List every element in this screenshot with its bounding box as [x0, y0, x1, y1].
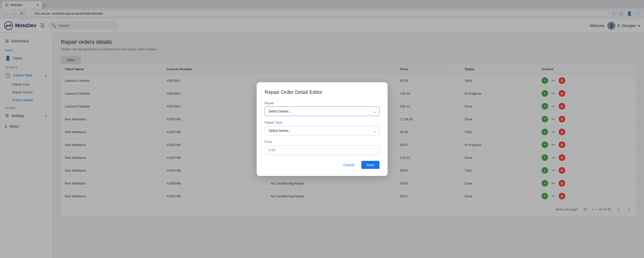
repair-type-label: Repair Type — [265, 121, 380, 124]
repair-type-select-wrapper: Select below... ⌄ — [265, 126, 380, 135]
modal-title: Repair Order Detail Editor — [265, 89, 380, 95]
repair-form-group: Repair Select below... ⌄ — [265, 101, 380, 116]
repair-select-wrapper: Select below... ⌄ — [265, 106, 380, 116]
price-label: Price — [265, 140, 380, 144]
repair-label: Repair — [265, 101, 380, 105]
price-form-group: Price — [265, 140, 380, 155]
modal-actions: Cancel Save — [265, 161, 380, 169]
modal-overlay: Repair Order Detail Editor Repair Select… — [53, 33, 644, 258]
save-button[interactable]: Save — [361, 161, 380, 169]
main-content: Repair orders details Please use the gri… — [53, 33, 644, 258]
app-body: ⊞ Dashboard MAIN 👤 Users CLIENTS 📋 Clien… — [0, 33, 644, 258]
price-input[interactable] — [265, 145, 380, 155]
repair-type-select[interactable]: Select below... — [265, 126, 380, 135]
cancel-button[interactable]: Cancel — [339, 161, 358, 169]
repair-type-form-group: Repair Type Select below... ⌄ — [265, 121, 380, 135]
repair-select[interactable]: Select below... — [265, 106, 380, 116]
modal: Repair Order Detail Editor Repair Select… — [257, 82, 388, 176]
